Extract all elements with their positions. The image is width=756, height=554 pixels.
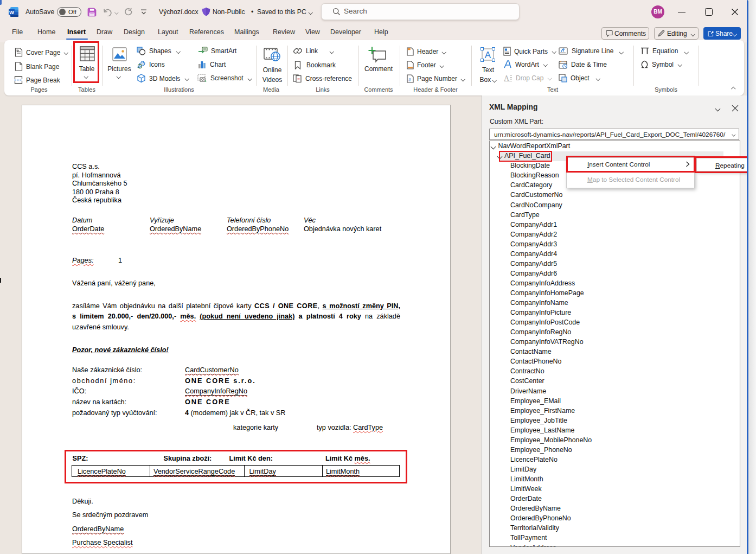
svg-text:#: # xyxy=(408,77,411,82)
svg-text:W: W xyxy=(9,9,14,15)
svg-text:A: A xyxy=(485,50,491,60)
svg-text:A: A xyxy=(504,74,510,82)
